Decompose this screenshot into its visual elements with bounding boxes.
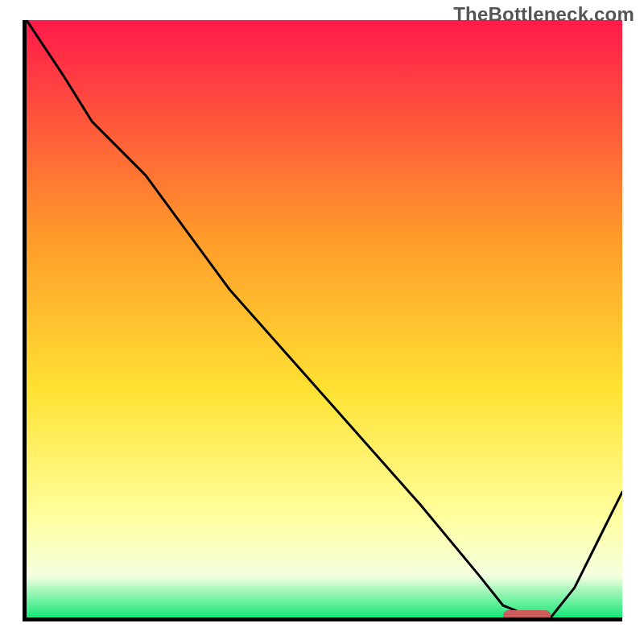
watermark-text: TheBottleneck.com	[453, 3, 634, 26]
x-axis	[23, 617, 622, 621]
optimal-range-marker	[503, 610, 551, 617]
gradient-background	[27, 20, 622, 617]
chart-svg	[27, 20, 622, 617]
chart-container: TheBottleneck.com	[0, 0, 644, 644]
plot-area	[27, 20, 622, 617]
